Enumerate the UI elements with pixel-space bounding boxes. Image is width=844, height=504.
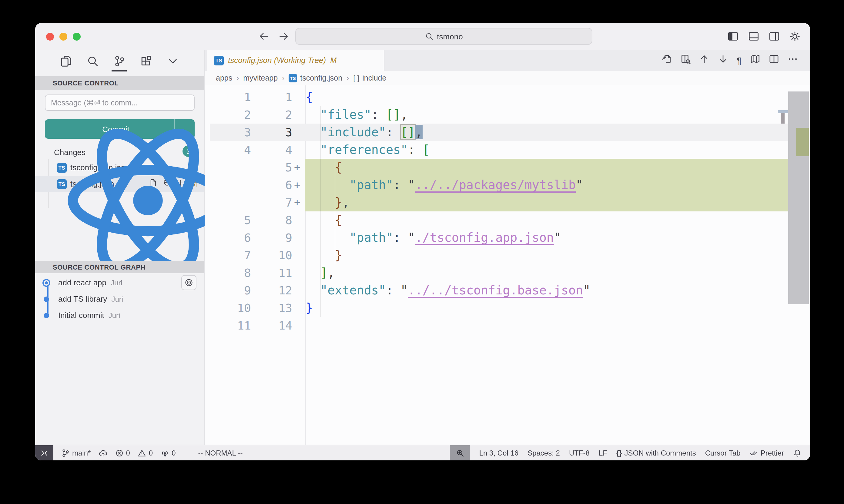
commit-dot: [44, 312, 49, 318]
line-number-new: 7: [205, 194, 292, 211]
cursor-position[interactable]: Ln 3, Col 16: [479, 445, 518, 461]
traffic-lights: [46, 33, 81, 41]
status-bar: main*000-- NORMAL -- Ln 3, Col 16Spaces:…: [35, 445, 810, 461]
toggle-panel-button[interactable]: [748, 31, 759, 44]
close-button[interactable]: [46, 33, 54, 41]
array-symbol-icon: [ ]: [353, 74, 359, 83]
forward-arrow-button[interactable]: [278, 31, 289, 44]
back-arrow-icon: [258, 31, 269, 42]
goto-commit-button[interactable]: [181, 275, 196, 290]
more-actions-button[interactable]: [788, 54, 798, 67]
breadcrumb-item[interactable]: apps: [216, 74, 232, 83]
previous-change-button[interactable]: [699, 54, 709, 67]
compare-editor-button[interactable]: [680, 54, 691, 67]
source-control-section-header[interactable]: SOURCE CONTROL: [35, 76, 204, 90]
ports-count[interactable]: 0: [161, 445, 175, 461]
formatter[interactable]: Prettier: [750, 445, 784, 461]
search-value: tsmono: [437, 32, 463, 41]
breadcrumb-item[interactable]: TStsconfig.json: [289, 74, 342, 83]
encoding[interactable]: UTF-8: [569, 445, 590, 461]
minimize-button[interactable]: [59, 33, 67, 41]
toggle-panel-icon: [748, 31, 759, 42]
code-line-text: "path": "../../packages/mytslib": [306, 176, 583, 194]
line-number-new: 6: [205, 176, 292, 194]
zoom-in-icon: [456, 449, 464, 457]
code-line: 6 9 "path": "./tsconfig.app.json": [205, 229, 810, 247]
cursor-tab[interactable]: Cursor Tab: [705, 445, 741, 461]
activity-chevron-down[interactable]: [166, 50, 179, 73]
line-number-new: 8: [205, 211, 292, 229]
commit-message-box[interactable]: [45, 94, 195, 111]
line-number-new: 12: [205, 282, 292, 299]
eol-sequence[interactable]: LF: [599, 445, 607, 461]
commit-row[interactable]: Initial commit Juri: [35, 307, 204, 323]
explorer-icon: [60, 55, 72, 67]
back-arrow-button[interactable]: [258, 31, 269, 44]
code-link[interactable]: ../../tsconfig.base.json: [408, 283, 583, 298]
editor-group: TS tsconfig.json (Working Tree) M ¶ apps…: [205, 50, 810, 445]
tab-tsconfig-working-tree[interactable]: TS tsconfig.json (Working Tree) M: [207, 50, 384, 71]
close-icon[interactable]: [342, 56, 350, 65]
screen: tsmono SOURCE CONTROL Com: [0, 0, 844, 504]
zoom-button[interactable]: [73, 33, 81, 41]
sync-status[interactable]: [99, 445, 107, 461]
code-line: 5 8 {: [205, 211, 810, 229]
source-control-graph-header[interactable]: SOURCE CONTROL GRAPH: [35, 261, 204, 273]
next-change-button[interactable]: [718, 54, 728, 67]
compare-editor-icon: [680, 54, 691, 64]
scrollbar-thumb[interactable]: [788, 91, 809, 304]
code-line-text: }: [306, 247, 342, 264]
breadcrumb-item[interactable]: [ ]include: [353, 74, 386, 83]
double-check-icon: [750, 449, 758, 457]
code-line: 9 12 "extends": "../../tsconfig.base.jso…: [205, 282, 810, 299]
language-mode[interactable]: {}JSON with Comments: [616, 445, 696, 461]
command-center-search[interactable]: tsmono: [295, 28, 592, 45]
section-title: SOURCE CONTROL: [53, 79, 119, 87]
notifications-bell[interactable]: [793, 445, 802, 461]
breadcrumb-item[interactable]: myviteapp: [243, 74, 278, 83]
warnings-count[interactable]: 0: [138, 445, 153, 461]
whitespace-button[interactable]: ¶: [737, 55, 742, 66]
commit-message-input[interactable]: [51, 98, 180, 107]
code-editor[interactable]: 1 1 { 2 2 "files": [], 3 3 "include": []…: [205, 85, 810, 445]
settings-gear-icon: [789, 31, 800, 42]
activity-search[interactable]: [86, 50, 99, 73]
sparkle-icon[interactable]: [180, 98, 189, 107]
code-link[interactable]: ./tsconfig.app.json: [415, 230, 554, 245]
toggle-primary-sidebar-button[interactable]: [728, 31, 739, 44]
sidebar: SOURCE CONTROL Commit: [35, 50, 205, 445]
code-link[interactable]: ../../packages/mytslib: [415, 178, 576, 192]
settings-gear-button[interactable]: [789, 31, 800, 44]
error-icon: [115, 449, 123, 457]
toggle-secondary-sidebar-button[interactable]: [769, 31, 780, 44]
activity-extensions[interactable]: [139, 50, 152, 73]
commit-row[interactable]: add TS library Juri: [35, 291, 204, 307]
open-changes-button[interactable]: [661, 54, 672, 67]
code-line-text: "include": [],: [306, 124, 422, 141]
errors-count[interactable]: 0: [115, 445, 130, 461]
chevron-down-icon: [44, 148, 52, 156]
split-editor-button[interactable]: [769, 54, 779, 67]
overview-ruler-added-marker: [796, 128, 809, 156]
code-line: 3 3 "include": [],: [205, 124, 810, 141]
activity-explorer[interactable]: [59, 50, 72, 73]
split-editor-icon: [769, 54, 779, 64]
commit-author: Juri: [108, 311, 120, 320]
indentation[interactable]: Spaces: 2: [528, 445, 560, 461]
added-line-marker: +: [294, 159, 300, 176]
code-line: 2 2 "files": [],: [205, 106, 810, 124]
layout-controls: [728, 31, 800, 44]
remote-indicator[interactable]: [35, 445, 53, 461]
file-row[interactable]: app.tsx apps/myviteapp/sr... M: [35, 192, 204, 209]
map-button[interactable]: [750, 54, 760, 67]
activity-source-control[interactable]: [113, 50, 125, 73]
ts-file-icon: TS: [289, 74, 297, 83]
workbench: SOURCE CONTROL Commit: [35, 50, 810, 445]
history-nav: [258, 31, 289, 44]
indent-guide: [320, 106, 321, 317]
zoom-indicator[interactable]: [450, 445, 470, 461]
branch-icon: [61, 449, 70, 457]
commit-row[interactable]: add react app Juri: [35, 274, 204, 291]
cloud-upload-icon: [99, 449, 107, 457]
branch-status[interactable]: main*: [61, 445, 91, 461]
